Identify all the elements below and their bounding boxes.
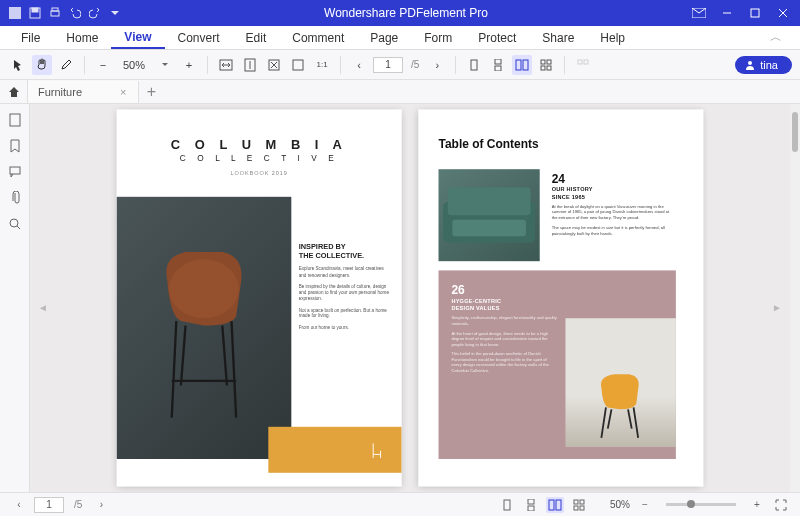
save-icon[interactable] bbox=[28, 6, 42, 20]
menu-protect[interactable]: Protect bbox=[465, 28, 529, 48]
document-canvas[interactable]: ◄ ► C O L U M B I A C O L L E C T I V E … bbox=[30, 104, 790, 492]
close-button[interactable] bbox=[772, 4, 794, 22]
p1-para-3: Not a space built on perfection. But a h… bbox=[299, 307, 391, 319]
fit-page-icon[interactable] bbox=[264, 55, 284, 75]
svg-rect-3 bbox=[51, 11, 59, 16]
undo-icon[interactable] bbox=[68, 6, 82, 20]
search-panel-icon[interactable] bbox=[7, 216, 23, 232]
svg-rect-21 bbox=[541, 66, 545, 70]
p2-s1-num: 24 bbox=[552, 172, 672, 186]
menu-edit[interactable]: Edit bbox=[233, 28, 280, 48]
status-page-total: /5 bbox=[70, 499, 86, 510]
status-next-icon[interactable]: › bbox=[92, 497, 110, 513]
zoom-out-icon[interactable]: − bbox=[93, 55, 113, 75]
svg-rect-39 bbox=[574, 500, 578, 504]
menu-view[interactable]: View bbox=[111, 27, 164, 49]
tab-add-icon[interactable]: + bbox=[139, 83, 163, 101]
layout-grid-icon[interactable] bbox=[536, 55, 556, 75]
status-layout-grid-icon[interactable] bbox=[570, 497, 588, 513]
fit-width-icon[interactable] bbox=[216, 55, 236, 75]
hand-tool-icon[interactable] bbox=[32, 55, 52, 75]
tab-label: Furniture bbox=[38, 86, 82, 98]
svg-rect-42 bbox=[580, 506, 584, 510]
zoom-slider[interactable] bbox=[666, 503, 736, 506]
menu-page[interactable]: Page bbox=[357, 28, 411, 48]
menu-home[interactable]: Home bbox=[53, 28, 111, 48]
svg-rect-24 bbox=[584, 60, 588, 64]
fit-height-icon[interactable] bbox=[240, 55, 260, 75]
redo-icon[interactable] bbox=[88, 6, 102, 20]
attachments-icon[interactable] bbox=[7, 190, 23, 206]
svg-rect-36 bbox=[528, 506, 534, 511]
tabbar: Furniture × + bbox=[0, 80, 800, 104]
svg-line-29 bbox=[17, 226, 20, 229]
chair-glyph-icon bbox=[370, 442, 383, 460]
maximize-button[interactable] bbox=[744, 4, 766, 22]
status-layout-single-icon[interactable] bbox=[498, 497, 516, 513]
canvas-prev-icon[interactable]: ◄ bbox=[34, 298, 52, 317]
bookmarks-icon[interactable] bbox=[7, 138, 23, 154]
layout-single-icon[interactable] bbox=[464, 55, 484, 75]
tab-furniture[interactable]: Furniture × bbox=[28, 81, 139, 103]
svg-rect-40 bbox=[580, 500, 584, 504]
collapse-ribbon-icon[interactable]: ︿ bbox=[760, 25, 792, 50]
status-page-input[interactable]: 1 bbox=[34, 497, 64, 513]
svg-rect-7 bbox=[751, 9, 759, 17]
chair-icon bbox=[144, 234, 264, 427]
menu-form[interactable]: Form bbox=[411, 28, 465, 48]
user-badge[interactable]: tina bbox=[735, 56, 792, 74]
mail-icon[interactable] bbox=[688, 4, 710, 22]
p1-accent-block bbox=[268, 427, 401, 473]
menu-file[interactable]: File bbox=[8, 28, 53, 48]
status-prev-icon[interactable]: ‹ bbox=[10, 497, 28, 513]
svg-rect-17 bbox=[516, 60, 521, 70]
zoom-value[interactable]: 50% bbox=[117, 59, 151, 71]
one-to-one-icon[interactable]: 1:1 bbox=[312, 55, 332, 75]
svg-rect-4 bbox=[52, 8, 58, 11]
status-layout-cont-icon[interactable] bbox=[522, 497, 540, 513]
menu-comment[interactable]: Comment bbox=[279, 28, 357, 48]
dropdown-icon[interactable] bbox=[108, 6, 122, 20]
edit-tool-icon[interactable] bbox=[56, 55, 76, 75]
user-icon bbox=[745, 60, 755, 70]
home-tab-icon[interactable] bbox=[0, 80, 28, 104]
layout-facing-icon[interactable] bbox=[512, 55, 532, 75]
menu-share[interactable]: Share bbox=[529, 28, 587, 48]
svg-rect-15 bbox=[495, 59, 501, 64]
menu-convert[interactable]: Convert bbox=[165, 28, 233, 48]
page-input[interactable]: 1 bbox=[373, 57, 403, 73]
svg-rect-35 bbox=[528, 499, 534, 504]
svg-rect-41 bbox=[574, 506, 578, 510]
print-icon[interactable] bbox=[48, 6, 62, 20]
p2-s2-h1: HYGGE-CENTRIC bbox=[451, 298, 557, 304]
fullscreen-icon[interactable] bbox=[772, 497, 790, 513]
thumbnails-icon[interactable] bbox=[7, 112, 23, 128]
p2-s2-p1: Simplicity, craftsmanship, elegant funct… bbox=[451, 316, 557, 327]
layout-thumbs-icon[interactable] bbox=[573, 55, 593, 75]
app-title: Wondershare PDFelement Pro bbox=[130, 6, 682, 20]
status-zoom-in-icon[interactable]: + bbox=[748, 497, 766, 513]
svg-rect-22 bbox=[547, 66, 551, 70]
status-zoom-out-icon[interactable]: − bbox=[636, 497, 654, 513]
zoom-in-icon[interactable]: + bbox=[179, 55, 199, 75]
minimize-button[interactable] bbox=[716, 4, 738, 22]
actual-size-icon[interactable] bbox=[288, 55, 308, 75]
svg-rect-33 bbox=[452, 220, 526, 237]
comments-icon[interactable] bbox=[7, 164, 23, 180]
pointer-tool-icon[interactable] bbox=[8, 55, 28, 75]
tab-close-icon[interactable]: × bbox=[118, 86, 128, 98]
zoom-dropdown-icon[interactable] bbox=[155, 55, 175, 75]
svg-rect-26 bbox=[10, 114, 20, 126]
status-layout-facing-icon[interactable] bbox=[546, 497, 564, 513]
app-icon bbox=[8, 6, 22, 20]
vertical-scrollbar[interactable] bbox=[790, 104, 800, 492]
menu-help[interactable]: Help bbox=[587, 28, 638, 48]
layout-continuous-icon[interactable] bbox=[488, 55, 508, 75]
view-toolbar: − 50% + 1:1 ‹ 1 /5 › tina bbox=[0, 50, 800, 80]
canvas-next-icon[interactable]: ► bbox=[768, 298, 786, 317]
svg-rect-37 bbox=[549, 500, 554, 510]
svg-rect-38 bbox=[556, 500, 561, 510]
next-page-icon[interactable]: › bbox=[427, 55, 447, 75]
prev-page-icon[interactable]: ‹ bbox=[349, 55, 369, 75]
svg-point-30 bbox=[169, 259, 239, 318]
